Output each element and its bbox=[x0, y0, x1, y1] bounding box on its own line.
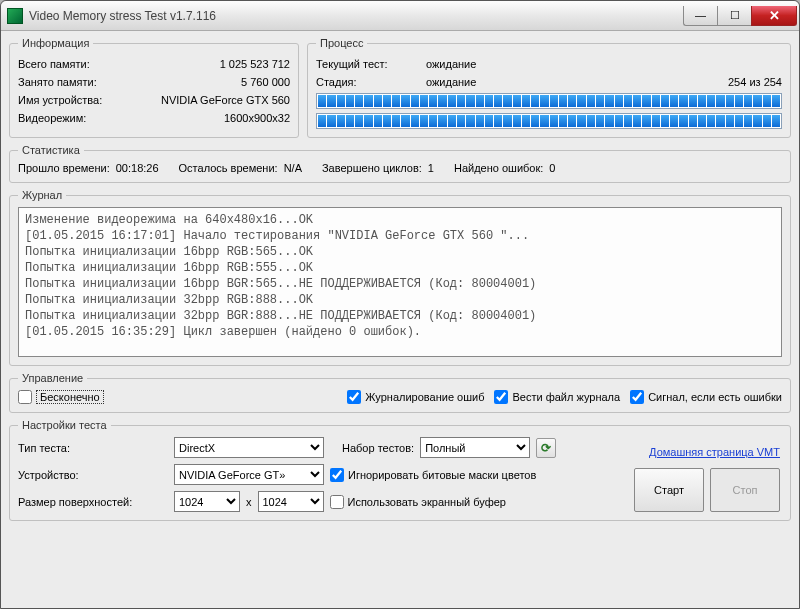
client-area: Информация Всего памяти:1 025 523 712 За… bbox=[1, 31, 799, 535]
elapsed-value: 00:18:26 bbox=[116, 162, 159, 174]
remaining-label: Осталось времени: bbox=[179, 162, 278, 174]
info-value: 5 760 000 bbox=[241, 73, 290, 91]
close-button[interactable]: ✕ bbox=[751, 6, 797, 26]
stop-button[interactable]: Стоп bbox=[710, 468, 780, 512]
signal-checkbox-input[interactable] bbox=[630, 390, 644, 404]
info-legend: Информация bbox=[18, 37, 93, 49]
progress-bar-2 bbox=[316, 113, 782, 129]
keep-log-checkbox-input[interactable] bbox=[494, 390, 508, 404]
home-link[interactable]: Домашняя страница VMT bbox=[649, 446, 780, 458]
log-legend: Журнал bbox=[18, 189, 66, 201]
device-label: Устройство: bbox=[18, 469, 168, 481]
current-test-label: Текущий тест: bbox=[316, 55, 426, 73]
infinite-checkbox[interactable]: Бесконечно bbox=[18, 390, 104, 404]
info-label: Имя устройства: bbox=[18, 91, 102, 109]
surface-width-select[interactable]: 1024 bbox=[174, 491, 240, 512]
info-value: 1 025 523 712 bbox=[220, 55, 290, 73]
refresh-icon[interactable]: ⟳ bbox=[536, 438, 556, 458]
progress-bar-1 bbox=[316, 93, 782, 109]
test-type-label: Тип теста: bbox=[18, 442, 168, 454]
stats-group: Статистика Прошло времени:00:18:26 Остал… bbox=[9, 144, 791, 183]
test-set-label: Набор тестов: bbox=[342, 442, 414, 454]
info-value: NVIDIA GeForce GTX 560 bbox=[161, 91, 290, 109]
process-group: Процесс Текущий тест: ожидание Стадия: о… bbox=[307, 37, 791, 138]
cycles-value: 1 bbox=[428, 162, 434, 174]
surface-height-select[interactable]: 1024 bbox=[258, 491, 324, 512]
stage-count: 254 из 254 bbox=[728, 73, 782, 91]
control-legend: Управление bbox=[18, 372, 87, 384]
signal-checkbox[interactable]: Сигнал, если есть ошибки bbox=[630, 390, 782, 404]
stats-legend: Статистика bbox=[18, 144, 84, 156]
device-select[interactable]: NVIDIA GeForce GT» bbox=[174, 464, 324, 485]
info-group: Информация Всего памяти:1 025 523 712 За… bbox=[9, 37, 299, 138]
log-group: Журнал Изменение видеорежима на 640x480x… bbox=[9, 189, 791, 366]
stage-label: Стадия: bbox=[316, 73, 426, 91]
log-errors-checkbox[interactable]: Журналирование ошиб bbox=[347, 390, 484, 404]
settings-legend: Настройки теста bbox=[18, 419, 111, 431]
use-buffer-label: Использовать экранный буфер bbox=[348, 496, 507, 508]
remaining-value: N/A bbox=[284, 162, 302, 174]
minimize-button[interactable]: — bbox=[683, 6, 717, 26]
info-label: Всего памяти: bbox=[18, 55, 90, 73]
ignore-masks-checkbox[interactable]: Игнорировать битовые маски цветов bbox=[330, 468, 536, 482]
test-set-select[interactable]: Полный bbox=[420, 437, 530, 458]
ignore-masks-checkbox-input[interactable] bbox=[330, 468, 344, 482]
cycles-label: Завершено циклов: bbox=[322, 162, 422, 174]
surface-x: x bbox=[246, 496, 252, 508]
errors-value: 0 bbox=[549, 162, 555, 174]
log-errors-checkbox-input[interactable] bbox=[347, 390, 361, 404]
keep-log-checkbox[interactable]: Вести файл журнала bbox=[494, 390, 620, 404]
info-label: Видеорежим: bbox=[18, 109, 86, 127]
test-type-select[interactable]: DirectX bbox=[174, 437, 324, 458]
stage-value: ожидание bbox=[426, 73, 728, 91]
titlebar: Video Memory stress Test v1.7.116 — ☐ ✕ bbox=[1, 1, 799, 31]
log-output[interactable]: Изменение видеорежима на 640x480x16...OK… bbox=[18, 207, 782, 357]
current-test-value: ожидание bbox=[426, 55, 782, 73]
info-value: 1600x900x32 bbox=[224, 109, 290, 127]
start-button[interactable]: Старт bbox=[634, 468, 704, 512]
infinite-label: Бесконечно bbox=[36, 390, 104, 404]
errors-label: Найдено ошибок: bbox=[454, 162, 543, 174]
elapsed-label: Прошло времени: bbox=[18, 162, 110, 174]
control-group: Управление Бесконечно Журналирование оши… bbox=[9, 372, 791, 413]
window-title: Video Memory stress Test v1.7.116 bbox=[29, 9, 683, 23]
surface-label: Размер поверхностей: bbox=[18, 496, 168, 508]
keep-log-label: Вести файл журнала bbox=[512, 391, 620, 403]
maximize-button[interactable]: ☐ bbox=[717, 6, 751, 26]
info-label: Занято памяти: bbox=[18, 73, 97, 91]
use-buffer-checkbox-input[interactable] bbox=[330, 495, 344, 509]
use-buffer-checkbox[interactable]: Использовать экранный буфер bbox=[330, 495, 507, 509]
window-buttons: — ☐ ✕ bbox=[683, 6, 797, 26]
app-icon bbox=[7, 8, 23, 24]
settings-group: Настройки теста Тип теста: DirectX Набор… bbox=[9, 419, 791, 521]
process-legend: Процесс bbox=[316, 37, 367, 49]
log-errors-label: Журналирование ошиб bbox=[365, 391, 484, 403]
infinite-checkbox-input[interactable] bbox=[18, 390, 32, 404]
signal-label: Сигнал, если есть ошибки bbox=[648, 391, 782, 403]
ignore-masks-label: Игнорировать битовые маски цветов bbox=[348, 469, 536, 481]
app-window: Video Memory stress Test v1.7.116 — ☐ ✕ … bbox=[0, 0, 800, 609]
